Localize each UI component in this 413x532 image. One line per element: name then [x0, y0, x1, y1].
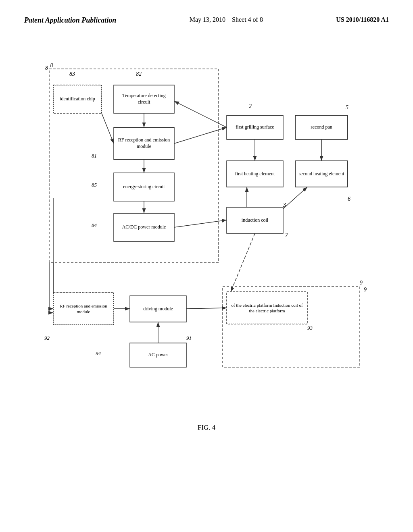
svg-line-28	[174, 220, 227, 227]
label-85: 85	[92, 182, 97, 188]
svg-line-39	[231, 233, 255, 292]
page: Patent Application Publication May 13, 2…	[0, 0, 413, 532]
rf-emission-top-box: RF reception and emission module	[114, 127, 174, 160]
label-84: 84	[92, 222, 97, 229]
second-heating-box: second heating element	[295, 161, 348, 187]
label-93: 93	[307, 325, 313, 331]
label-91: 91	[186, 335, 192, 341]
svg-text:8: 8	[50, 62, 53, 69]
label-83: 83	[69, 71, 75, 77]
page-header: Patent Application Publication May 13, 2…	[0, 0, 413, 33]
diagram-area: 8 9	[33, 45, 380, 407]
label-3: 3	[283, 202, 286, 208]
header-left: Patent Application Publication	[24, 16, 116, 25]
ac-power-box: AC power	[130, 343, 186, 367]
driving-module-box: driving module	[130, 296, 186, 322]
label-2: 2	[249, 103, 252, 110]
platform-coil-box: of the electric platform Induction coil …	[227, 292, 307, 324]
temperature-detecting-box: Temperature detecting circuit	[114, 85, 174, 113]
svg-line-22	[174, 101, 227, 127]
label-6: 6	[348, 196, 350, 202]
svg-line-37	[186, 308, 227, 309]
label-82: 82	[136, 71, 142, 77]
label-5: 5	[346, 104, 348, 111]
label-81: 81	[92, 153, 97, 159]
label-8: 8	[45, 65, 48, 71]
svg-line-23	[174, 127, 227, 143]
identification-chip-box: identification chip	[53, 85, 102, 113]
second-pan-box: second pan	[295, 115, 348, 139]
label-94: 94	[96, 350, 101, 357]
figure-caption: FIG. 4	[0, 424, 413, 432]
first-heating-box: first heating element	[227, 161, 283, 187]
header-right: US 2010/116820 A1	[336, 16, 389, 23]
label-92: 92	[44, 335, 50, 341]
induction-coil-box: induction coil	[227, 207, 283, 233]
svg-text:9: 9	[360, 280, 363, 286]
energy-storing-box: energy-storing circuit	[114, 173, 174, 201]
header-center: May 13, 2010 Sheet 4 of 8	[190, 16, 263, 23]
svg-line-20	[102, 113, 114, 143]
first-grilling-box: first grilling surface	[227, 115, 283, 139]
rf-emission-bottom-box: RF reception and emission module	[53, 293, 114, 325]
acdc-power-box: AC/DC power module	[114, 213, 174, 241]
label-9: 9	[364, 287, 367, 293]
label-7: 7	[285, 232, 288, 239]
